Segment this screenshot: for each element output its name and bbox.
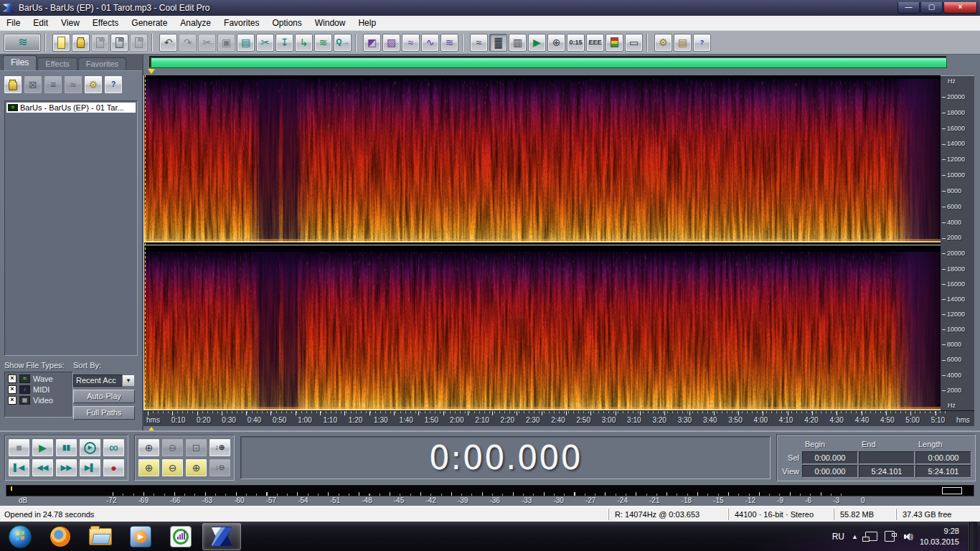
taskbar-firefox[interactable] [42,524,79,550]
taskbar-explorer[interactable] [82,524,119,550]
view-end-field[interactable]: 5:24.101 [859,465,915,478]
file-panel-button[interactable]: ⚙ [84,75,103,94]
level-meter[interactable] [6,485,974,496]
toolbar-button[interactable]: ↷ [179,34,197,52]
toolbar-button[interactable] [72,34,90,52]
zoom-button[interactable]: ⊖ [161,458,184,477]
frequency-ruler[interactable]: Hz 2000018000160001400012000100008000600… [940,75,974,410]
transport-button[interactable]: ∞ [103,438,125,457]
file-type-checkbox[interactable]: × [8,375,17,383]
toolbar-button[interactable]: ? [693,34,711,52]
file-type-checkbox[interactable]: × [8,385,17,394]
window-control-button[interactable]: — [897,2,920,14]
network-icon[interactable] [865,532,877,541]
toolbar-button[interactable]: ≋ [440,34,458,52]
transport-button[interactable]: ■ [8,438,30,457]
file-panel-button[interactable] [4,75,22,94]
zoom-button[interactable]: ⊡ [185,438,207,457]
toolbar-button[interactable] [644,34,653,52]
toolbar-button[interactable] [110,34,128,52]
menu-item[interactable]: Effects [86,17,125,30]
menu-item[interactable]: Favorites [217,17,265,30]
file-panel-button[interactable]: ≈ [64,75,83,94]
toolbar-button[interactable] [353,34,362,52]
transport-button[interactable]: ◀◀ [32,458,54,477]
toolbar-button[interactable]: 0:15 [567,34,585,52]
menu-item[interactable]: Window [308,17,352,30]
scrollbar-thumb[interactable] [151,57,947,68]
toolbar-button[interactable]: ✂ [198,34,216,52]
device-icon[interactable] [885,531,895,542]
toolbar-button[interactable]: ⚙ [654,34,672,52]
sel-end-field[interactable] [859,451,915,464]
file-panel-button[interactable]: ≡ [44,75,62,94]
transport-button[interactable]: ▶ [79,438,101,457]
clock[interactable]: 9:28 10.03.2015 [920,526,962,547]
toolbar-button[interactable] [130,34,148,52]
transport-button[interactable]: ● [103,458,125,477]
taskbar-cool-edit-active[interactable] [202,523,241,550]
toolbar-button[interactable]: ▓ [489,34,507,52]
toolbar-button[interactable]: ✂ [256,34,274,52]
sel-begin-field[interactable]: 0:00.000 [802,451,858,464]
toolbar-button[interactable]: ▨ [382,34,400,52]
organizer-tab[interactable]: Favorites [78,57,126,70]
transport-button[interactable]: ▌◀ [8,458,30,477]
toolbar-button[interactable]: ⊕ [547,34,565,52]
toolbar-button[interactable]: EEE [586,34,604,52]
view-begin-field[interactable]: 0:00.000 [802,465,858,478]
file-type-checkbox[interactable]: × [8,396,17,405]
menu-item[interactable]: Edit [27,17,55,30]
toolbar-button[interactable]: ↶ [159,34,177,52]
zoom-button[interactable]: ↕⊕ [209,438,231,457]
start-button[interactable] [1,524,39,550]
show-desktop-button[interactable] [969,522,977,551]
volume-icon[interactable]: )) [902,533,913,540]
transport-button[interactable]: ▶▶ [55,458,77,477]
toolbar-button[interactable] [460,34,468,52]
spectrogram-view[interactable] [143,75,940,410]
toolbar-button[interactable]: Q→ [334,34,352,52]
toolbar-button[interactable]: ▭ [625,34,643,52]
file-panel-button[interactable]: ? [104,75,123,94]
taskbar-stats-app[interactable] [162,524,199,550]
sort-by-dropdown[interactable]: Recent Acc ▼ [73,375,135,387]
toolbar-button[interactable]: ≈ [402,34,420,52]
window-control-button[interactable]: × [943,2,977,14]
toolbar-button[interactable]: ↧ [275,34,293,52]
toolbar-button[interactable]: ▤ [674,34,692,52]
toolbar-button[interactable]: ≈ [470,34,488,52]
toolbar-button[interactable]: ▤ [237,34,255,52]
transport-button[interactable]: ▶▌ [79,458,101,477]
toolbar-button[interactable] [606,34,623,52]
menu-item[interactable]: Help [352,17,382,30]
toolbar-button[interactable]: ≋ [314,34,332,52]
toolbar-button[interactable]: ▥ [509,34,527,52]
sel-length-field[interactable]: 0:00.000 [915,451,971,464]
chevron-down-icon[interactable]: ▼ [122,375,135,387]
toolbar-button[interactable]: ↳ [295,34,313,52]
menu-item[interactable]: Generate [125,17,174,30]
menu-item[interactable]: File [0,17,27,30]
toolbar-button[interactable] [42,34,51,52]
menu-item[interactable]: Analyze [174,17,217,30]
taskbar-media-player[interactable]: ▶ [122,524,159,550]
tray-expand-icon[interactable]: ▲ [852,533,858,540]
toolbar-button[interactable]: ≋ [4,34,41,52]
zoom-button[interactable]: ↕⊖ [209,458,231,477]
toolbar-button[interactable] [52,34,70,52]
view-length-field[interactable]: 5:24.101 [915,465,971,478]
zoom-button[interactable]: ⊖ [161,438,184,457]
playback-cursor[interactable] [145,75,146,410]
toolbar-button[interactable]: ▣ [217,34,235,52]
cue-marker-top[interactable] [148,69,155,74]
transport-button[interactable]: ▶ [32,438,54,457]
horizontal-scrollbar[interactable] [149,56,947,68]
toolbar-button[interactable]: ◩ [363,34,381,52]
file-list-item[interactable]: ≈ BarUs - BarUs (EP) - 01 Tar... [6,103,136,113]
timeline-ruler[interactable]: hms 0:100:200:300:400:501:001:101:201:30… [143,410,974,426]
auto-play-button[interactable]: Auto-Play [73,390,135,403]
full-paths-button[interactable]: Full Paths [73,406,135,420]
zoom-button[interactable]: ⊕ [138,438,160,457]
toolbar-button[interactable] [91,34,109,52]
